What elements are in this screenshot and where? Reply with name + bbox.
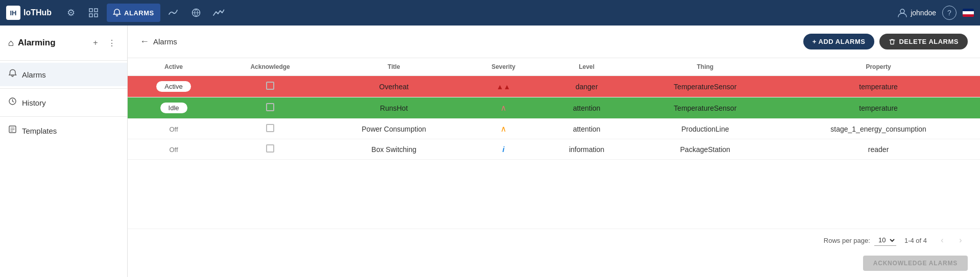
sidebar-divider-3 (0, 116, 127, 117)
grid-nav-icon[interactable] (84, 4, 103, 22)
back-button[interactable]: ← (140, 36, 149, 47)
svg-rect-3 (94, 14, 98, 17)
idle-badge[interactable]: Idle (160, 103, 187, 113)
cell-active: Off (128, 139, 220, 160)
table-row: Idle RunsHot ∧ attention TemperatureSe (128, 97, 980, 119)
bell-icon (8, 69, 17, 80)
cell-title: Box Switching (321, 139, 467, 160)
sidebar-divider-1 (0, 60, 127, 61)
delete-alarms-button[interactable]: DELETE ALARMS (879, 34, 968, 49)
add-alarms-button[interactable]: + ADD ALARMS (803, 34, 875, 49)
cell-acknowledge (220, 76, 321, 97)
sidebar-item-templates-label: Templates (22, 127, 57, 135)
alarms-nav-item[interactable]: ALARMS (107, 4, 160, 22)
rows-per-page: Rows per page: 10 25 50 (824, 235, 896, 246)
settings-nav-icon[interactable]: ⚙ (62, 4, 80, 22)
rows-per-page-select[interactable]: 10 25 50 (874, 235, 896, 246)
acknowledge-checkbox[interactable] (266, 144, 274, 153)
home-icon: ⌂ (8, 38, 14, 48)
active-badge[interactable]: Active (156, 81, 190, 92)
app-logo: IH IoTHub (6, 6, 52, 20)
breadcrumb: ← Alarms (140, 36, 177, 47)
severity-attention2-icon: ∧ (500, 124, 507, 133)
cell-thing: TemperatureSensor (633, 76, 777, 97)
cell-level: attention (540, 119, 633, 139)
next-page-button[interactable]: › (953, 233, 968, 247)
col-severity: Severity (467, 58, 540, 76)
cell-thing: ProductionLine (633, 119, 777, 139)
sidebar-item-history[interactable]: History (0, 91, 127, 114)
app-name: IoTHub (23, 8, 52, 17)
nav-right: johndoe ? (897, 6, 974, 20)
alarms-nav-label: ALARMS (124, 9, 154, 17)
table-row: Active Overheat ▲▲ danger TemperatureS (128, 76, 980, 97)
sidebar-header: ⌂ Alarming + ⋮ (0, 32, 127, 58)
cell-property: reader (777, 139, 980, 160)
off-status: Off (169, 146, 178, 154)
help-icon[interactable]: ? (942, 6, 957, 20)
acknowledge-checkbox[interactable] (266, 103, 274, 111)
cell-severity: ∧ (467, 119, 540, 139)
cell-property: stage_1_energy_consumption (777, 119, 980, 139)
cell-title: RunsHot (321, 97, 467, 119)
cell-property: temperature (777, 97, 980, 119)
severity-attention-icon: ∧ (500, 104, 507, 112)
col-thing: Thing (633, 58, 777, 76)
sidebar-title-wrap: ⌂ Alarming (8, 38, 56, 48)
cell-thing: PackageStation (633, 139, 777, 160)
table-row: Off Power Consumption ∧ attention Prod (128, 119, 980, 139)
alarms-table-container: Active Acknowledge Title Severity Level … (128, 58, 980, 229)
cell-property: temperature (777, 76, 980, 97)
chart-nav-icon[interactable] (164, 4, 183, 22)
templates-icon (8, 125, 17, 136)
username: johndoe (911, 9, 936, 17)
cell-severity: i (467, 139, 540, 160)
sidebar-actions: + ⋮ (88, 36, 119, 50)
col-property: Property (777, 58, 980, 76)
cell-thing: TemperatureSensor (633, 97, 777, 119)
sidebar-more-button[interactable]: ⋮ (105, 36, 119, 50)
acknowledge-alarms-button[interactable]: ACKNOWLEDGE ALARMS (863, 256, 968, 271)
cell-severity: ▲▲ (467, 76, 540, 97)
cell-acknowledge (220, 139, 321, 160)
svg-point-5 (900, 9, 904, 13)
breadcrumb-label: Alarms (153, 37, 177, 46)
cell-acknowledge (220, 97, 321, 119)
cell-active: Off (128, 119, 220, 139)
svg-rect-0 (89, 9, 92, 12)
svg-rect-1 (94, 9, 98, 12)
table-header-row: Active Acknowledge Title Severity Level … (128, 58, 980, 76)
signal-nav-icon[interactable] (209, 4, 228, 22)
main-content: ← Alarms + ADD ALARMS DELETE ALARMS Acti… (128, 26, 980, 277)
sidebar-add-button[interactable]: + (88, 36, 103, 50)
cell-title: Power Consumption (321, 119, 467, 139)
top-nav: IH IoTHub ⚙ ALARMS (0, 0, 980, 26)
sidebar-item-alarms-label: Alarms (22, 70, 46, 79)
table-body: Active Overheat ▲▲ danger TemperatureS (128, 76, 980, 160)
main-layout: ⌂ Alarming + ⋮ Alarms (0, 26, 980, 277)
sidebar-title: Alarming (18, 38, 56, 48)
col-acknowledge: Acknowledge (220, 58, 321, 76)
cell-active: Idle (128, 97, 220, 119)
off-status: Off (169, 125, 178, 133)
cell-title: Overheat (321, 76, 467, 97)
user-menu[interactable]: johndoe (897, 8, 936, 18)
cell-level: information (540, 139, 633, 160)
language-flag[interactable] (963, 9, 974, 17)
acknowledge-checkbox[interactable] (266, 82, 274, 90)
sidebar-item-templates[interactable]: Templates (0, 119, 127, 142)
svg-rect-2 (89, 14, 92, 17)
page-info: 1-4 of 4 (904, 237, 927, 244)
acknowledge-checkbox[interactable] (266, 124, 274, 132)
sidebar-item-history-label: History (22, 98, 46, 107)
prev-page-button[interactable]: ‹ (935, 233, 949, 247)
rows-per-page-label: Rows per page: (824, 237, 870, 244)
cell-acknowledge (220, 119, 321, 139)
logo-icon: IH (6, 6, 20, 20)
pagination: ‹ › (935, 233, 968, 247)
sidebar-item-alarms[interactable]: Alarms (0, 63, 127, 86)
alarms-table: Active Acknowledge Title Severity Level … (128, 58, 980, 160)
cell-level: danger (540, 76, 633, 97)
globe-nav-icon[interactable] (187, 4, 205, 22)
col-title: Title (321, 58, 467, 76)
